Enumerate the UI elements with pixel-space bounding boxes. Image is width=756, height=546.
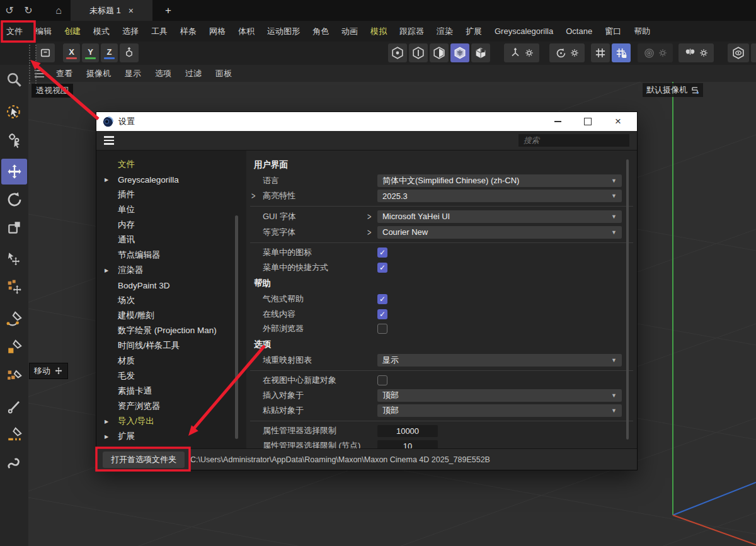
tree-item-renderer[interactable]: ▶渲染器 (96, 263, 246, 278)
sketch-spline-tool[interactable] (1, 334, 27, 360)
grid-snap-icon[interactable] (591, 43, 610, 62)
spline-object-pen-tool[interactable] (1, 361, 27, 387)
rotate-tool[interactable] (1, 186, 27, 212)
vp-menu-view[interactable]: 查看 (49, 63, 79, 84)
maximize-button[interactable] (575, 112, 600, 131)
open-prefs-folder-button[interactable]: 打开首选项文件夹 (103, 452, 185, 468)
search-input[interactable] (518, 134, 629, 147)
chevron-right-icon[interactable]: > (251, 191, 255, 201)
menu-file[interactable]: 文件 (0, 21, 29, 42)
dialog-titlebar[interactable]: 设置 × (96, 112, 637, 131)
move-tool[interactable] (1, 159, 27, 185)
am-selection-limit-input[interactable]: 10000 (377, 425, 438, 437)
minimize-button[interactable] (545, 112, 570, 131)
menu-tools[interactable]: 工具 (145, 21, 174, 42)
coordinate-system-icon[interactable] (120, 43, 139, 62)
menu-mesh[interactable]: 网格 (203, 21, 232, 42)
tree-item-sketch-toon[interactable]: 素描卡通 (96, 384, 246, 399)
tree-item-memory[interactable]: 内存 (96, 217, 246, 232)
menu-animate[interactable]: 动画 (335, 21, 364, 42)
paste-at-dropdown[interactable]: 顶部 ▼ (377, 404, 622, 417)
object-mode-icon[interactable] (471, 43, 490, 62)
spline-arc-tool[interactable] (1, 449, 27, 475)
tree-item-node-editor[interactable]: 节点编辑器 (96, 247, 246, 263)
menu-character[interactable]: 角色 (306, 21, 335, 42)
language-dropdown[interactable]: 简体中文(Simplified Chinese) (zh-CN) ▼ (377, 174, 622, 187)
vp-menu-filter[interactable]: 过滤 (178, 63, 209, 84)
menu-volume[interactable]: 体积 (232, 21, 261, 42)
chevron-right-icon[interactable]: > (367, 227, 377, 237)
search-icon[interactable] (1, 67, 27, 93)
online-content-checkbox[interactable]: ✓ (377, 309, 387, 319)
gui-font-dropdown[interactable]: Microsoft YaHei UI ▼ (377, 210, 622, 223)
tree-item-takes[interactable]: 场次 (96, 293, 246, 308)
am-selection-limit-nodes-input[interactable]: 10 (377, 440, 438, 450)
menu-extensions[interactable]: 扩展 (459, 21, 488, 42)
axis-x-button[interactable]: X (63, 43, 80, 62)
menu-select[interactable]: 选择 (116, 21, 145, 42)
spline-smooth-tool[interactable] (1, 421, 27, 447)
highlight-features-dropdown[interactable]: 2025.3 ▼ (377, 190, 622, 202)
menu-create[interactable]: 创建 (58, 21, 87, 42)
chevron-right-icon[interactable]: > (367, 212, 377, 221)
symmetry-button[interactable] (679, 43, 714, 62)
center-new-objects-checkbox[interactable] (377, 375, 387, 385)
grid-lock-icon[interactable] (612, 43, 631, 62)
axis-y-button[interactable]: Y (82, 43, 99, 62)
tweak-tool[interactable] (1, 127, 27, 152)
menu-spline[interactable]: 样条 (174, 21, 203, 42)
close-button[interactable]: × (605, 112, 631, 131)
add-tab-button[interactable]: + (159, 0, 178, 21)
visibility-eye-icon[interactable] (728, 43, 749, 62)
expand-arrow-icon[interactable]: ▶ (105, 419, 108, 424)
undo-icon[interactable]: ↺ (0, 0, 19, 21)
menu-shortcuts-checkbox[interactable]: ✓ (377, 263, 387, 273)
redo-icon[interactable]: ↻ (19, 0, 38, 21)
tree-item-material[interactable]: 材质 (96, 353, 246, 368)
tree-item-modeling-sculpting[interactable]: 建模/雕刻 (96, 308, 246, 323)
menu-render[interactable]: 渲染 (430, 21, 459, 42)
tree-item-bodypaint-3d[interactable]: BodyPaint 3D (96, 278, 246, 293)
falloff-button[interactable] (638, 43, 673, 62)
home-icon[interactable]: ⌂ (49, 0, 68, 21)
tree-item-projection-man[interactable]: 数字绘景 (Projection Man) (96, 323, 246, 338)
toolbar-drag-handle[interactable] (29, 45, 37, 84)
tree-item-timeline-spline-tools[interactable]: 时间线/样条工具 (96, 338, 246, 353)
camera-settings-icon[interactable] (690, 86, 699, 94)
tree-item-hair[interactable]: 毛发 (96, 368, 246, 384)
expand-arrow-icon[interactable]: ▶ (105, 268, 108, 273)
vp-menu-panel[interactable]: 面板 (209, 63, 239, 84)
tree-item-extensions[interactable]: ▶扩展 (96, 429, 246, 444)
menu-mode[interactable]: 模式 (87, 21, 116, 42)
vp-menu-camera[interactable]: 摄像机 (79, 63, 118, 84)
mono-font-dropdown[interactable]: Courier New ▼ (377, 226, 622, 239)
menu-window[interactable]: 窗口 (598, 21, 627, 42)
tree-item-units[interactable]: 单位 (96, 202, 246, 217)
menu-simulate[interactable]: 模拟 (364, 21, 393, 42)
menu-icons-checkbox[interactable]: ✓ (377, 247, 387, 258)
tree-item-communication[interactable]: 通讯 (96, 232, 246, 247)
menu-greyscalegorilla[interactable]: Greyscalegorilla (488, 21, 559, 42)
expand-arrow-icon[interactable]: ▶ (105, 177, 108, 183)
menu-mograph[interactable]: 运动图形 (261, 21, 306, 42)
menu-tracker[interactable]: 跟踪器 (393, 21, 430, 42)
expand-arrow-icon[interactable]: ▶ (105, 434, 108, 440)
menu-edit[interactable]: 编辑 (29, 21, 58, 42)
selection-move-tool[interactable] (1, 246, 27, 272)
bubble-help-checkbox[interactable]: ✓ (377, 294, 387, 304)
object-move-tool[interactable] (1, 274, 27, 300)
dialog-hamburger-icon[interactable] (104, 136, 114, 145)
vp-menu-options[interactable]: 选项 (148, 63, 178, 84)
tree-item-files[interactable]: 文件 (96, 157, 246, 172)
external-browser-checkbox[interactable] (377, 324, 387, 334)
brush-tool[interactable] (1, 394, 27, 419)
tree-item-greyscalegorilla[interactable]: ▶Greyscalegorilla (96, 172, 246, 187)
points-mode-icon[interactable] (388, 43, 407, 62)
document-tab[interactable]: 未标题 1 × (71, 0, 152, 21)
axis-z-button[interactable]: Z (101, 43, 118, 62)
tree-item-plugins[interactable]: 插件 (96, 187, 246, 202)
tree-item-asset-browser[interactable]: 资产浏览器 (96, 399, 246, 414)
clipped-toolbar-button[interactable] (751, 43, 756, 62)
vp-menu-display[interactable]: 显示 (118, 63, 148, 84)
camera-label[interactable]: 默认摄像机 (643, 83, 703, 97)
